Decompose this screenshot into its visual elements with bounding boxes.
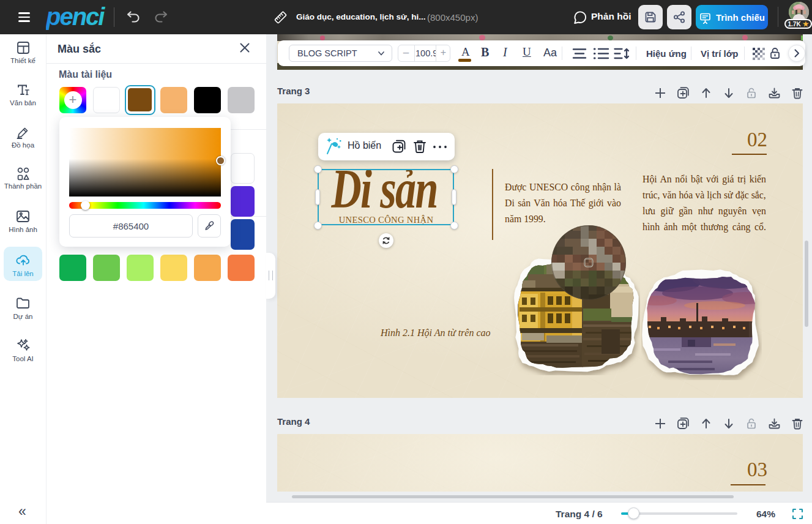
- svg-text:penci: penci: [46, 3, 105, 30]
